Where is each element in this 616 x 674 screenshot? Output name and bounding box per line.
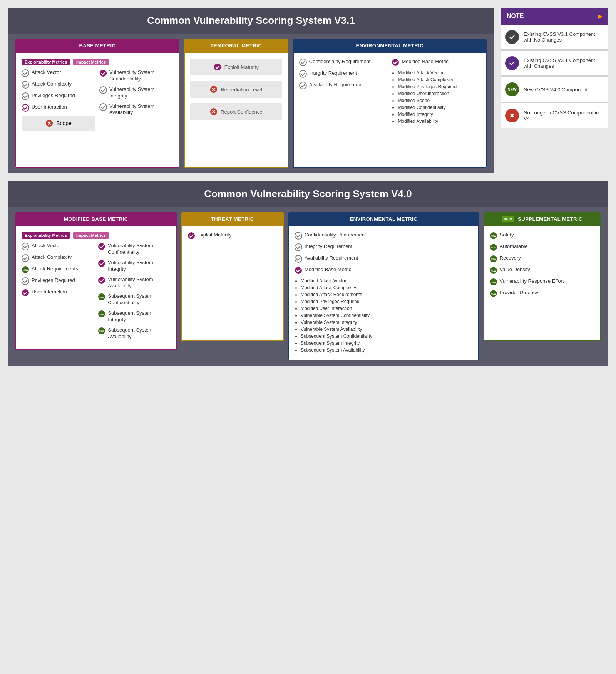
v40-exploit-maturity: Exploit Maturity [187, 232, 278, 240]
v40-provider-urgency-label: Provider Urgency [500, 290, 538, 296]
v31-privileges-required: Privileges Required [22, 92, 95, 100]
v40-new-green-4: NEW [98, 327, 105, 335]
v40-sub-headers: Exploitability Metrics Impact Metrics [22, 232, 171, 239]
svg-point-14 [392, 59, 399, 66]
v40-automatable: NEW Automatable [490, 243, 594, 251]
v40-check-purple-3 [98, 260, 105, 267]
v31-mod-item-8: Modified Availability [398, 119, 480, 124]
v31-temporal-panel: TEMPORAL METRIC Exploit Maturity [184, 39, 288, 168]
v31-remediation-label: Remediation Level [221, 87, 262, 92]
note-box: NOTE ▸ Existing CVSS V3.1 Component with… [500, 8, 608, 128]
svg-point-15 [508, 33, 516, 41]
v40-new-green-vuln-resp: NEW [490, 278, 497, 286]
svg-text:NEW: NEW [99, 330, 104, 332]
svg-point-25 [98, 260, 105, 267]
new-badge-icon-note: NEW [505, 82, 519, 96]
v40-check-purple-env [295, 267, 302, 274]
note-with-changes-text: Existing CVSS V3.1 Component with Change… [524, 57, 604, 69]
v31-env-body: Confidentiality Requirement Integrity Re… [293, 52, 487, 168]
v40-mod-9: Subsequent System Confidentiality [301, 334, 473, 339]
v40-safety-label: Safety [500, 232, 514, 238]
v40-new-green-2: NEW [98, 293, 105, 301]
impact-pill: Impact Metrics [73, 59, 109, 65]
v40-supp-panel: NEW SUPPLEMENTAL METRIC NEW Safety NEW [484, 212, 601, 360]
v31-modified-base-label: Modified Base Metric [402, 59, 448, 65]
v40-privileges-required: Privileges Required [22, 277, 94, 285]
v40-avail-req: Availability Requirement [295, 255, 473, 263]
v31-env-panel: ENVIRONMENTAL METRIC Confidentiality Req… [293, 39, 487, 168]
check-gray-icon8 [299, 82, 307, 89]
v40-sub-sys-conf-label: Subsequent System Confidentiality [108, 293, 170, 306]
note-new-text: New CVSS V4.0 Component [524, 87, 588, 92]
v31-exploitability-col: Attack Vector Attack Complexity [22, 69, 95, 131]
check-purple-icon3 [214, 63, 221, 71]
v40-check-gray-env-2 [295, 243, 302, 251]
v40-recovery-label: Recovery [500, 255, 521, 262]
v40-impact-pill: Impact Metrics [73, 232, 109, 239]
check-purple-icon4 [392, 59, 399, 66]
v40-title: Common Vulnerability Scoring System V4.0 [8, 181, 608, 207]
v40-int-req-label: Integrity Requirement [305, 243, 352, 250]
v31-mod-item-4: Modified User Interaction [398, 91, 480, 96]
v40-base-panel: MODIFIED BASE METRIC Exploitability Metr… [15, 212, 177, 360]
svg-point-33 [188, 232, 195, 239]
v40-user-interaction: User Interaction [22, 289, 94, 297]
v31-attack-vector-label: Attack Vector [32, 69, 61, 76]
v40-new-green-3: NEW [98, 310, 105, 318]
v31-attack-complexity: Attack Complexity [22, 81, 95, 89]
v40-mod-5: Modified User Interaction [301, 306, 473, 311]
svg-text:NEW: NEW [491, 235, 496, 237]
svg-point-37 [295, 267, 302, 274]
v40-conf-req: Confidentiality Requirement [295, 232, 473, 240]
svg-point-5 [100, 70, 107, 77]
v31-mod-item-6: Modified Confidentiality [398, 105, 480, 110]
v40-safety: NEW Safety [490, 232, 594, 240]
v31-env-inner: Confidentiality Requirement Integrity Re… [299, 59, 480, 126]
v31-vuln-sys-conf: Vulnerability System Confidentiality [99, 69, 173, 82]
x-red-icon-confidence [210, 108, 218, 116]
scope-label: Scope [56, 120, 72, 126]
v40-check-gray-1 [22, 243, 29, 250]
v31-mod-item-3: Modified Privileges Required [398, 84, 480, 89]
v40-mod-1: Modified Attack Vector [301, 278, 473, 283]
svg-point-34 [295, 232, 302, 239]
v31-base-body: Exploitability Metrics Impact Metrics [15, 52, 179, 168]
v40-vuln-response: NEW Vulnerability Response Effort [490, 278, 594, 286]
chevron-right-icon: ▸ [598, 12, 602, 21]
v31-mod-item-5: Modified Scope [398, 98, 480, 103]
svg-point-22 [22, 278, 29, 285]
svg-point-3 [22, 104, 29, 111]
v40-vuln-sys-avail-label: Vulnerability System Availability [108, 277, 170, 290]
svg-point-13 [300, 82, 306, 89]
svg-point-7 [100, 104, 107, 111]
svg-point-11 [300, 59, 306, 66]
v40-check-purple-4 [98, 277, 105, 284]
v31-vuln-sys-conf-label: Vulnerability System Confidentiality [109, 69, 173, 82]
v40-user-interaction-label: User Interaction [32, 289, 67, 295]
v40-exploitability-col: Attack Vector Attack Complexity NEW [22, 243, 94, 344]
v40-exploitability-pill: Exploitability Metrics [22, 232, 70, 239]
check-gray-icon7 [299, 70, 307, 78]
v40-new-green-auto: NEW [490, 243, 497, 251]
v40-sub-sys-int: NEW Subsequent System Integrity [98, 310, 170, 323]
svg-text:NEW: NEW [491, 293, 496, 295]
check-purple-icon-note [505, 56, 519, 70]
v31-remediation-level: Remediation Level [190, 81, 282, 98]
v31-vuln-sys-avail-label: Vulnerability System Availability [109, 103, 173, 116]
v40-attack-requirements-label: Attack Requirements [32, 266, 78, 272]
v31-base-inner: Attack Vector Attack Complexity [22, 69, 173, 131]
v40-base-inner: Attack Vector Attack Complexity NEW [22, 243, 171, 344]
note-item-no-changes: Existing CVSS V3.1 Component with No Cha… [500, 25, 608, 49]
v40-mod-8: Vulnerable System Availability [301, 327, 473, 332]
note-header: NOTE ▸ [500, 8, 608, 25]
v31-env-header: ENVIRONMENTAL METRIC [293, 39, 487, 52]
note-item-with-changes: Existing CVSS V3.1 Component with Change… [500, 51, 608, 75]
v40-supp-header: NEW SUPPLEMENTAL METRIC [484, 212, 601, 226]
note-no-longer-text: No Longer a CVSS Component in V4 [524, 110, 604, 121]
v40-impact-col: Vulnerability System Confidentiality Vul… [98, 243, 170, 344]
note-title: NOTE [507, 13, 524, 20]
check-gray-icon6 [299, 59, 307, 66]
svg-point-36 [295, 255, 302, 262]
svg-point-1 [22, 81, 29, 88]
check-gray-icon4 [99, 86, 107, 94]
